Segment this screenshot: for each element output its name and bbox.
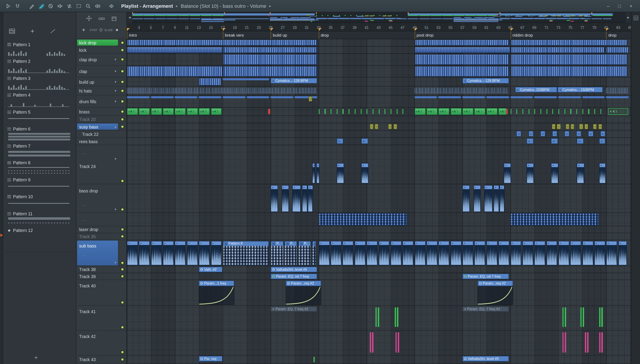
clip-audio[interactable]: » bbox=[361, 163, 368, 184]
track-header-rees[interactable]: rees bass bbox=[76, 138, 126, 145]
track-header-t43[interactable]: Track 43 bbox=[76, 356, 126, 364]
track-mute-led[interactable] bbox=[121, 268, 124, 271]
clip-autog-labeled[interactable]: Param. EQ..nd 7 freq bbox=[271, 274, 317, 279]
panel-icon[interactable] bbox=[111, 16, 117, 23]
pattern-item-7[interactable]: Pattern 7 bbox=[3, 142, 76, 159]
clip-rs[interactable] bbox=[506, 109, 508, 114]
track-mute-led[interactable] bbox=[121, 358, 124, 361]
track-header-clap[interactable]: clap▾ bbox=[76, 66, 126, 78]
clip-gbars[interactable] bbox=[562, 308, 566, 327]
clip-gs[interactable] bbox=[331, 109, 332, 114]
clip-asm[interactable]: » bbox=[600, 131, 605, 137]
clip-gk-labeled[interactable]: »K \ bbox=[211, 108, 222, 115]
track-mute-led[interactable] bbox=[121, 89, 124, 92]
maximize-button[interactable]: □ bbox=[614, 3, 625, 9]
pattern-item-6[interactable]: Pattern 6 bbox=[3, 126, 76, 142]
minimize-button[interactable]: – bbox=[602, 3, 614, 9]
clip-asm[interactable]: » bbox=[516, 131, 521, 137]
clip-audio[interactable]: » bbox=[312, 163, 315, 184]
track-header-kickdrop[interactable]: kick drop bbox=[76, 39, 126, 46]
clip-ticks[interactable] bbox=[127, 88, 317, 94]
clip-olive[interactable]: » bbox=[369, 124, 373, 129]
clip-gbars[interactable] bbox=[580, 308, 584, 327]
pattern-item-3[interactable]: Pattern 3 bbox=[3, 74, 76, 92]
clip-olive[interactable]: » bbox=[557, 124, 561, 129]
clip-olive[interactable]: » bbox=[308, 96, 312, 102]
clip-gk-labeled[interactable]: »K \ bbox=[426, 108, 437, 115]
clip-thin[interactable] bbox=[271, 96, 293, 98]
pattern-item-11[interactable]: Pattern 11 bbox=[3, 210, 76, 227]
clip-asm[interactable]: » bbox=[528, 131, 533, 137]
track-header-kick[interactable]: kick bbox=[76, 46, 126, 54]
slip-arrows-icon[interactable] bbox=[64, 2, 74, 10]
track-collapse-arrow[interactable]: ▾ bbox=[115, 70, 116, 73]
arrangement-marker[interactable]: drop bbox=[606, 31, 616, 39]
clip-stripes[interactable] bbox=[414, 40, 509, 46]
track-collapse-arrow[interactable]: ▾ bbox=[115, 80, 116, 84]
clip-gs[interactable] bbox=[588, 109, 589, 114]
detach-icon[interactable] bbox=[633, 16, 638, 20]
clip-gs[interactable] bbox=[558, 109, 559, 114]
clip-audio[interactable]: » bbox=[494, 185, 499, 212]
clip-gko-labeled[interactable]: ×K \ bbox=[608, 108, 628, 115]
track-header-bassdrop[interactable]: bass drop...▾ bbox=[76, 184, 126, 213]
track-mute-led[interactable] bbox=[121, 80, 124, 84]
clip-gs[interactable] bbox=[594, 109, 595, 114]
clip-audio[interactable]: » bbox=[534, 241, 545, 265]
clip-audio[interactable]: » bbox=[402, 241, 413, 265]
clip-audio[interactable]: » bbox=[498, 241, 509, 265]
clip-auto-labeled[interactable]: ValhallaShi..level #5 bbox=[271, 266, 317, 272]
clip-audio[interactable]: » bbox=[439, 241, 449, 265]
clip-asm[interactable]: » bbox=[599, 138, 605, 144]
clip-thin[interactable] bbox=[606, 96, 629, 98]
clip-stripes[interactable] bbox=[510, 40, 627, 46]
playlist-lane-t20[interactable] bbox=[127, 116, 631, 123]
clip-thin[interactable] bbox=[247, 96, 269, 98]
track-mute-led[interactable] bbox=[121, 179, 124, 183]
clip-thin[interactable] bbox=[151, 96, 173, 98]
playlist-grid[interactable]: »Cymatics..- 128 BPM»Cymatics..- 128 BPM… bbox=[127, 39, 631, 364]
clip-gs[interactable] bbox=[391, 109, 391, 114]
clip-gs[interactable] bbox=[510, 109, 511, 114]
pattern-item-8[interactable]: Pattern 8 bbox=[3, 159, 76, 176]
pattern-item-9[interactable]: Pattern 9 bbox=[3, 176, 76, 193]
clip-stripes[interactable] bbox=[223, 47, 317, 53]
playlist-lane-t39[interactable] bbox=[127, 273, 631, 280]
clip-audio[interactable]: » bbox=[343, 241, 354, 265]
clip-gs[interactable] bbox=[379, 109, 379, 114]
arrangement-marker[interactable]: drop bbox=[319, 31, 329, 39]
clip-audio[interactable]: » bbox=[582, 241, 593, 265]
track-mute-led[interactable] bbox=[121, 118, 124, 121]
track-mute-led[interactable] bbox=[121, 125, 124, 128]
clip-gs[interactable] bbox=[582, 109, 583, 114]
clip-gs[interactable] bbox=[528, 109, 529, 114]
clip-audio[interactable]: » bbox=[510, 241, 521, 265]
clip-gk-labeled[interactable]: »K \ bbox=[486, 108, 497, 115]
clip-gs[interactable] bbox=[355, 109, 356, 114]
clip-stripes[interactable] bbox=[414, 54, 509, 65]
track-mute-led[interactable] bbox=[121, 208, 124, 211]
scroll-left-arrow[interactable]: ◀ bbox=[127, 12, 132, 23]
clip-gs[interactable] bbox=[325, 109, 326, 114]
clip-audio[interactable]: » bbox=[355, 241, 366, 265]
clip-curve-labeled[interactable]: Param...1 freq bbox=[199, 280, 235, 305]
clip-thin[interactable] bbox=[127, 96, 149, 98]
clip-olive[interactable]: » bbox=[375, 124, 378, 129]
clip-thin[interactable] bbox=[175, 96, 197, 98]
track-collapse-arrow[interactable]: ▾ bbox=[115, 58, 116, 62]
clip-stripes[interactable] bbox=[510, 66, 627, 77]
clip-audio[interactable]: » bbox=[522, 241, 533, 265]
clip-audio[interactable]: » bbox=[558, 241, 569, 265]
clip-gs[interactable] bbox=[319, 109, 320, 114]
track-mute-led[interactable] bbox=[121, 110, 124, 113]
clip-olive[interactable]: » bbox=[552, 124, 556, 129]
clip-solid[interactable] bbox=[127, 47, 223, 53]
clip-thin[interactable] bbox=[199, 96, 221, 98]
pattern-item-4[interactable]: Pattern 4 bbox=[3, 92, 76, 108]
clip-audio[interactable]: » bbox=[594, 241, 605, 265]
clip-ahdr-labeled[interactable]: »Cymatics..- 150BPM bbox=[558, 87, 603, 92]
clip-thin[interactable] bbox=[439, 96, 461, 98]
clip-gs[interactable] bbox=[397, 109, 397, 114]
clip-pat-labeled[interactable]: Pattern 8 bbox=[223, 241, 269, 265]
clip-asm[interactable]: » bbox=[337, 138, 344, 144]
